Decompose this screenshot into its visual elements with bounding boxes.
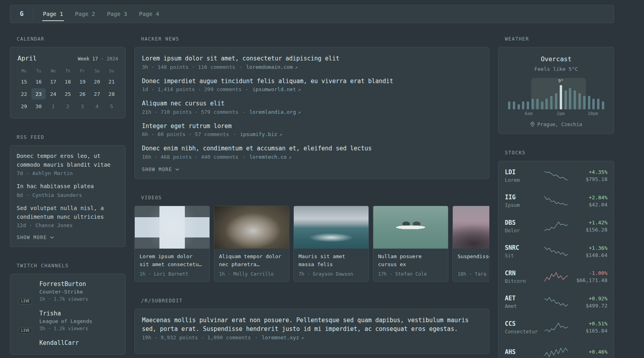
section-title-twitch: TWITCH CHANNELS (17, 263, 126, 268)
rss-item: In hac habitasse platea 8d · Cynthia Sau… (17, 182, 119, 198)
videos-widget: VIDEOS Lorem ipsum dolor sit amet consec… (134, 195, 489, 282)
stock-sparkline (542, 272, 570, 282)
tab-page-3[interactable]: Page 3 (106, 5, 128, 23)
stock-row[interactable]: SNRCSit +1.36%$148.64 (505, 239, 607, 265)
calendar-day: 17 (46, 76, 60, 87)
post-meta: 19h · 9,932 points · 1,090 comments · lo… (142, 335, 482, 340)
rss-item-link[interactable]: Donec tempor eros leo, ut commodo mauris… (17, 152, 119, 169)
calendar-day: 27 (90, 88, 105, 99)
weather-hour-bar (578, 93, 581, 109)
news-title-link[interactable]: Donec imperdiet augue tincidunt felis al… (142, 77, 482, 86)
video-thumbnail (453, 206, 489, 249)
video-title: Lorem ipsum dolor sit amet consectetu… (140, 253, 205, 269)
video-meta: 1h · Lori Barnett (140, 271, 205, 277)
video-card[interactable]: Mauris sit amet massa felis 7h · Grayson… (293, 206, 369, 282)
news-title-link[interactable]: Aliquam nec cursus elit (142, 99, 482, 108)
calendar-day: 18 (60, 76, 75, 87)
news-title-link[interactable]: Donec enim nibh, condimentum et accumsan… (142, 144, 482, 153)
section-title-videos: VIDEOS (141, 195, 489, 200)
chevron-down-icon (175, 168, 179, 171)
rss-item-link[interactable]: Sed volutpat nulla nisl, a condimentum n… (17, 204, 119, 221)
stock-row[interactable]: AETAmet +0.92%$499.72 (505, 290, 607, 315)
show-more-button[interactable]: SHOW MORE (142, 167, 179, 172)
stock-row[interactable]: AHS +0.46% (505, 340, 607, 358)
calendar-grid: MoTuWeThFrSaSu15161718192021222324252627… (17, 64, 119, 112)
tab-page-2[interactable]: Page 2 (74, 5, 96, 23)
right-column: WEATHER Overcast Feels like 5°C 9° 6am2p… (498, 36, 614, 358)
external-link-icon: ↗ (295, 64, 298, 70)
stock-symbol: CRN (505, 270, 542, 277)
weather-widget: WEATHER Overcast Feels like 5°C 9° 6am2p… (498, 36, 614, 134)
twitch-widget: TWITCH CHANNELS LIVE ForrestBurton Count… (10, 263, 126, 355)
stock-row[interactable]: CCSConsectetur +0.51%$165.84 (505, 315, 607, 340)
post-source-link[interactable]: loremnet.xyz↗ (262, 335, 304, 340)
news-title-link[interactable]: Lorem ipsum dolor sit amet, consectetur … (142, 54, 482, 63)
weather-card: Overcast Feels like 5°C 9° 6am2pm10pm Pr… (498, 47, 614, 134)
stock-change: -1.00% (570, 270, 607, 276)
weather-condition: Overcast (505, 55, 607, 63)
stock-symbol: IIG (505, 194, 542, 201)
twitch-channel[interactable]: KendallCarr (17, 339, 119, 346)
news-source-link[interactable]: ipsumify.biz↗ (240, 131, 282, 137)
stock-row[interactable]: LDILorem +4.35%$795.18 (505, 163, 607, 189)
news-item: Integer eget rutrum lorem 6h · 60 points… (142, 122, 482, 138)
weather-time-label: 2pm (557, 111, 565, 116)
news-item: Aliquam nec cursus elit 21h · 710 points… (142, 99, 482, 115)
channel-info: KendallCarr (39, 339, 79, 346)
channel-name: KendallCarr (39, 339, 79, 346)
video-card[interactable]: Suspendisse diam 18h · Tara (452, 206, 489, 282)
news-title-link[interactable]: Integer eget rutrum lorem (142, 122, 482, 131)
stock-row[interactable]: IIGIpsum +2.84%$42.04 (505, 189, 607, 214)
reddit-post: Maecenas mollis pulvinar erat non posuer… (142, 316, 482, 340)
weather-hour-bar (550, 96, 553, 109)
tab-page-4[interactable]: Page 4 (138, 5, 160, 23)
calendar-day: 22 (17, 88, 31, 99)
weather-hour-bar (569, 88, 571, 109)
post-title-link[interactable]: Maecenas mollis pulvinar erat non posuer… (142, 316, 482, 334)
weather-hour-bar (518, 104, 520, 109)
stock-name: Amet (505, 303, 542, 309)
twitch-channel[interactable]: LIVE Trisha League of Legends 3h · 1.2k … (17, 310, 119, 331)
stock-change: +4.35% (570, 169, 607, 175)
weather-hour-bar (564, 90, 567, 109)
stocks-card: LDILorem +4.35%$795.18 IIGIpsum +2.84%$4… (498, 161, 614, 358)
channel-info: Trisha League of Legends 3h · 1.2k viewe… (39, 310, 92, 331)
video-meta: 17h · Stefan Cole (378, 271, 443, 277)
video-title: Nullam posuere cursus ex (378, 253, 443, 269)
tab-page-1[interactable]: Page 1 (42, 5, 64, 23)
news-source-link[interactable]: ipsumworld.net↗ (252, 86, 301, 92)
calendar-day: 24 (46, 88, 60, 99)
weather-hour-bar (555, 93, 557, 109)
twitch-channel[interactable]: LIVE ForrestBurton Counter-Strike 1h · 1… (17, 280, 119, 302)
stock-change: +0.51% (570, 321, 607, 327)
news-source-link[interactable]: loremtech.co↗ (249, 154, 291, 160)
show-more-button[interactable]: SHOW MORE (17, 235, 54, 240)
news-source-link[interactable]: loremlandia.org↗ (249, 109, 301, 115)
calendar-week-label: Week 17 (78, 56, 98, 62)
stock-sparkline (542, 171, 570, 181)
stock-price: $156.28 (570, 227, 607, 233)
subreddit-widget: /R/SUBREDDIT Maecenas mollis pulvinar er… (134, 298, 489, 354)
news-source-link[interactable]: loremdomain.com↗ (246, 64, 298, 70)
weather-feels-like: Feels like 5°C (505, 66, 607, 72)
video-card[interactable]: Nullam posuere cursus ex 17h · Stefan Co… (373, 206, 448, 282)
weather-hour-bar (541, 101, 543, 109)
channel-meta: 1h · 1.7k viewers (39, 296, 88, 302)
weather-location: Prague, Czechia (505, 121, 607, 127)
stock-name: Ipsum (505, 202, 542, 208)
stock-sparkline (542, 347, 570, 358)
stock-symbol: AHS (505, 348, 542, 356)
page-tabs: Page 1 Page 2 Page 3 Page 4 (42, 5, 160, 23)
section-title-calendar: CALENDAR (17, 36, 126, 42)
calendar-weekday-label: Mo (17, 67, 31, 75)
calendar-separator: · (101, 56, 104, 62)
stock-row[interactable]: CRNBitcorn -1.00%$66,171.48 (505, 264, 607, 290)
video-card[interactable]: Aliquam tempor dolor nec pharetra… 1h · … (214, 206, 289, 282)
weather-hour-bar (531, 99, 534, 109)
live-badge: LIVE (19, 298, 32, 304)
app-logo[interactable]: G (19, 5, 24, 23)
rss-item-link[interactable]: In hac habitasse platea (17, 182, 119, 191)
video-card[interactable]: Lorem ipsum dolor sit amet consectetu… 1… (134, 206, 210, 282)
stock-row[interactable]: DBSDolor +1.42%$156.28 (505, 214, 607, 239)
news-source: ipsumify.biz (240, 131, 277, 137)
